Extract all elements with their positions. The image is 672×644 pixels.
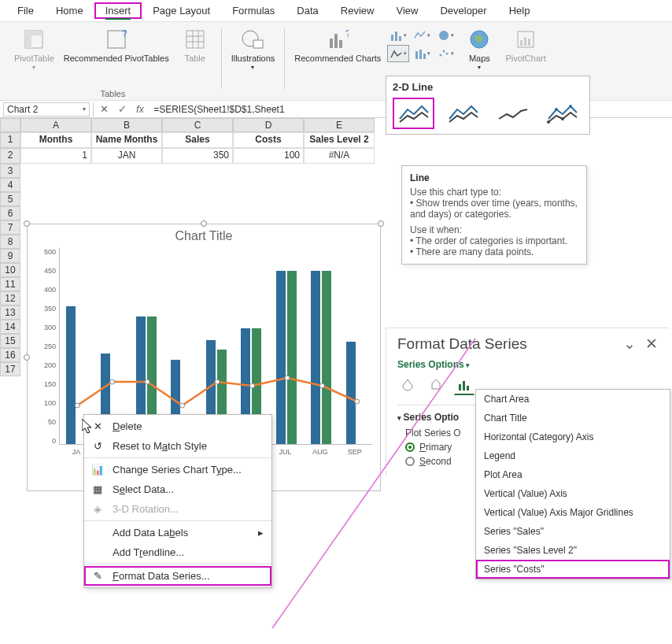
svg-point-19 xyxy=(439,31,449,40)
cell[interactable]: Sales xyxy=(162,132,233,148)
svg-rect-2 xyxy=(25,31,42,35)
svg-rect-22 xyxy=(423,54,426,59)
pct-line-option[interactable] xyxy=(492,98,534,129)
fbar-enter-icon[interactable]: ✓ xyxy=(115,103,130,115)
menu-developer[interactable]: Developer xyxy=(429,2,497,19)
cell[interactable]: 350 xyxy=(162,148,233,164)
chart-title[interactable]: Chart Title xyxy=(28,224,380,248)
maps-button[interactable]: Maps▾ xyxy=(460,25,499,73)
menu-help[interactable]: Help xyxy=(498,2,541,19)
row-header[interactable]: 16 xyxy=(0,348,20,362)
recommended-pivot-button[interactable]: ? Recommended PivotTables xyxy=(61,25,172,73)
dd-legend[interactable]: Legend xyxy=(476,446,670,465)
chart-line-button[interactable] xyxy=(411,27,433,44)
collapse-icon[interactable]: ⌄ xyxy=(623,335,636,353)
menu-home[interactable]: Home xyxy=(45,2,94,19)
svg-text:?: ? xyxy=(122,29,127,39)
name-box[interactable]: Chart 2 xyxy=(3,102,90,117)
dd-vaxis[interactable]: Vertical (Value) Axis xyxy=(476,484,670,503)
row-header[interactable]: 11 xyxy=(0,277,20,291)
row-header[interactable]: 3 xyxy=(0,164,20,178)
row-header[interactable]: 8 xyxy=(0,235,20,249)
illustrations-button[interactable]: Illustrations▾ xyxy=(228,25,279,73)
row-header[interactable]: 12 xyxy=(0,291,20,305)
cell[interactable]: #N/A xyxy=(304,148,375,164)
row-header[interactable]: 9 xyxy=(0,249,20,263)
dd-haxis[interactable]: Horizontal (Category) Axis xyxy=(476,427,670,446)
chart-element-dropdown: Chart Area Chart Title Horizontal (Categ… xyxy=(475,389,670,579)
dd-chart-area[interactable]: Chart Area xyxy=(476,390,670,409)
row-header[interactable]: 1 xyxy=(0,132,20,148)
chart-bar-button[interactable] xyxy=(387,27,409,44)
chart-area-button[interactable] xyxy=(387,45,409,62)
series-options-dropdown[interactable]: Series Options xyxy=(397,359,658,370)
reset-icon: ↺ xyxy=(90,440,105,452)
cell[interactable]: 100 xyxy=(233,148,304,164)
effects-tab-icon[interactable] xyxy=(426,375,446,395)
ctx-add-trendline[interactable]: Add Trendline... xyxy=(84,542,271,562)
chart-pie-button[interactable] xyxy=(434,27,456,44)
cell[interactable]: JAN xyxy=(91,148,162,164)
cell[interactable]: Costs xyxy=(233,132,304,148)
ctx-change-type[interactable]: 📊Change Series Chart Type... xyxy=(84,460,271,479)
row-header[interactable]: 4 xyxy=(0,178,20,192)
line-chart-option[interactable] xyxy=(393,98,434,129)
fill-tab-icon[interactable] xyxy=(397,375,418,395)
col-header-e[interactable]: E xyxy=(304,118,375,132)
line-markers-option[interactable] xyxy=(541,98,583,129)
cell[interactable]: 1 xyxy=(20,148,91,164)
col-header-b[interactable]: B xyxy=(91,118,162,132)
row-header[interactable]: 15 xyxy=(0,334,20,348)
row-header[interactable]: 13 xyxy=(0,305,20,320)
menu-insert[interactable]: Insert xyxy=(94,2,142,19)
stacked-line-option[interactable] xyxy=(442,98,484,129)
row-header[interactable]: 5 xyxy=(0,192,20,206)
row-header[interactable]: 6 xyxy=(0,206,20,220)
dd-series-costs[interactable]: Series "Costs" xyxy=(476,560,670,579)
table-button[interactable]: Table xyxy=(175,25,215,73)
recommended-charts-button[interactable]: ? Recommended Charts xyxy=(291,25,384,73)
series-tab-icon[interactable] xyxy=(454,375,474,395)
fbar-cancel-icon[interactable]: ✕ xyxy=(97,103,112,115)
menu-file[interactable]: File xyxy=(6,2,45,19)
row-header[interactable]: 10 xyxy=(0,263,20,277)
ctx-select-data[interactable]: ▦Select Data... xyxy=(84,479,271,499)
fx-icon[interactable]: fx xyxy=(133,103,147,115)
col-header-c[interactable]: C xyxy=(162,118,233,132)
pivotchart-button[interactable]: PivotChart xyxy=(502,25,548,73)
recommended-charts-icon: ? xyxy=(325,27,350,52)
svg-point-31 xyxy=(75,403,79,408)
row-header[interactable]: 14 xyxy=(0,320,20,334)
menu-review[interactable]: Review xyxy=(330,2,386,19)
pivottable-button[interactable]: PivotTable▾ xyxy=(11,25,57,73)
col-header-d[interactable]: D xyxy=(233,118,304,132)
menu-formulas[interactable]: Formulas xyxy=(221,2,286,19)
select-all-corner[interactable] xyxy=(0,118,20,132)
close-icon[interactable]: ✕ xyxy=(645,335,658,353)
chart-hist-button[interactable] xyxy=(411,45,433,62)
dd-series-sales2[interactable]: Series "Sales Level 2" xyxy=(476,541,670,560)
svg-point-23 xyxy=(439,54,441,57)
pane-title: Format Data Series xyxy=(397,335,527,353)
svg-point-24 xyxy=(442,50,445,53)
col-header-a[interactable]: A xyxy=(20,118,91,132)
dd-series-sales[interactable]: Series "Sales" xyxy=(476,522,670,541)
row-header[interactable]: 7 xyxy=(0,220,20,235)
cell[interactable]: Sales Level 2 xyxy=(304,132,375,148)
menu-data[interactable]: Data xyxy=(286,2,329,19)
dd-chart-title[interactable]: Chart Title xyxy=(476,409,670,427)
menu-view[interactable]: View xyxy=(385,2,429,19)
cursor-icon xyxy=(82,419,94,435)
chart-scatter-button[interactable] xyxy=(434,45,456,62)
row-header[interactable]: 2 xyxy=(0,148,20,164)
menu-page-layout[interactable]: Page Layout xyxy=(142,2,221,19)
dd-vaxis-grid[interactable]: Vertical (Value) Axis Major Gridlines xyxy=(476,503,670,522)
cell[interactable]: Name Months xyxy=(91,132,162,148)
ctx-format-data-series[interactable]: ✎Format Data Series... xyxy=(84,566,271,586)
cell[interactable]: Months xyxy=(20,132,91,148)
dd-plot-area[interactable]: Plot Area xyxy=(476,465,670,484)
ctx-add-data-labels[interactable]: Add Data Labels▸ xyxy=(84,523,271,542)
ctx-reset[interactable]: ↺Reset to Match Style xyxy=(84,436,271,456)
row-header[interactable]: 17 xyxy=(0,362,20,376)
ctx-delete[interactable]: ✕Delete xyxy=(84,416,271,436)
